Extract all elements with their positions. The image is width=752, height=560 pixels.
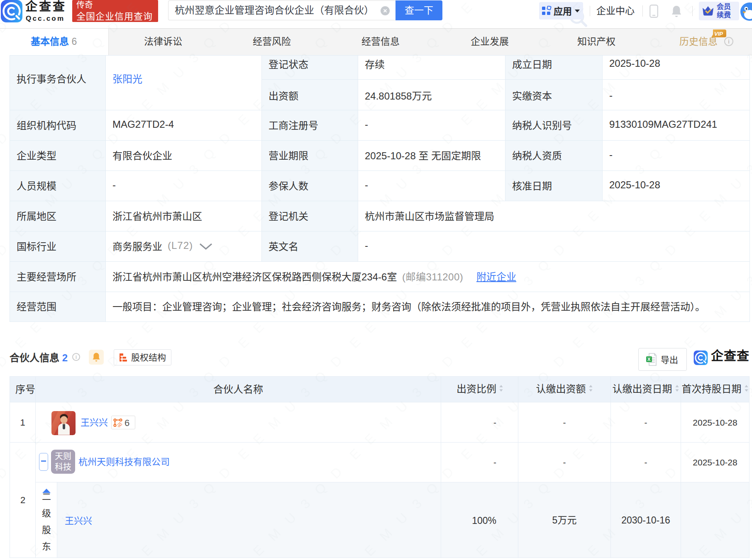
svg-text:VIP: VIP	[714, 31, 723, 37]
svg-text:X: X	[647, 357, 651, 362]
svg-text:企: 企	[117, 422, 122, 427]
